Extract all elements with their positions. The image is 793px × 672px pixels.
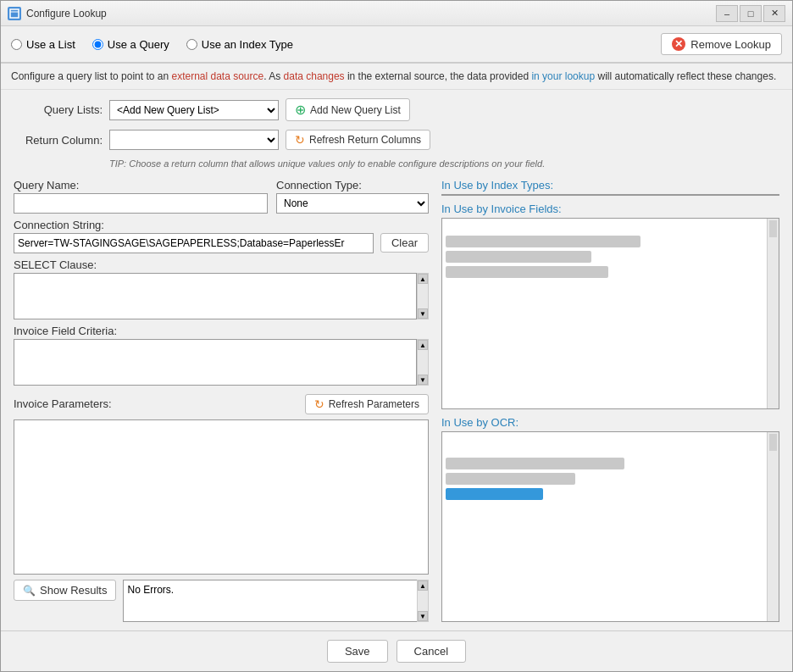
ocr-box <box>441 431 779 623</box>
invoice-criteria-section: Invoice Field Criteria: ▲ ▼ <box>14 325 429 386</box>
left-column: Query Name: Connection Type: None Connec <box>14 179 429 622</box>
maximize-button[interactable]: □ <box>740 5 762 22</box>
window-title: Configure Lookup <box>26 8 716 19</box>
invoice-criteria-textarea[interactable] <box>14 339 417 386</box>
window-controls: – □ ✕ <box>716 5 785 22</box>
ocr-item-2 <box>446 473 575 485</box>
invoice-criteria-scrollbar: ▲ ▼ <box>417 339 429 386</box>
use-list-option[interactable]: Use a List <box>11 38 75 51</box>
ocr-scrollbar-thumb[interactable] <box>769 434 777 451</box>
svg-rect-0 <box>10 9 19 18</box>
refresh-return-columns-button[interactable]: ↻ Refresh Return Columns <box>286 130 430 150</box>
invoice-field-item-3 <box>446 266 608 278</box>
use-list-radio[interactable] <box>11 39 22 50</box>
close-button[interactable]: ✕ <box>763 5 785 22</box>
two-column-layout: Query Name: Connection Type: None Connec <box>14 179 779 622</box>
invoice-fields-content <box>442 219 767 408</box>
ocr-content <box>442 432 767 622</box>
errors-scroll-down[interactable]: ▼ <box>418 611 428 621</box>
connection-type-select[interactable]: None <box>276 193 429 214</box>
invoice-field-item-1 <box>446 236 640 247</box>
scroll-down-arrow[interactable]: ▼ <box>418 308 428 319</box>
ocr-item-1 <box>446 458 624 469</box>
show-results-button[interactable]: 🔍 Show Results <box>14 580 116 601</box>
right-column: In Use by Index Types: In Use by Invoice… <box>441 179 779 622</box>
errors-display: No Errors. <box>123 580 429 622</box>
search-icon: 🔍 <box>23 585 36 597</box>
query-lists-row: Query Lists: <Add New Query List> ⊕ Add … <box>14 98 779 121</box>
invoice-fields-scrollbar <box>767 219 779 408</box>
scrollbar-thumb[interactable] <box>769 220 777 237</box>
query-name-label: Query Name: <box>14 179 268 192</box>
criteria-scroll-down[interactable]: ▼ <box>418 375 428 385</box>
errors-scroll-up[interactable]: ▲ <box>418 580 428 591</box>
index-types-section: In Use by Index Types: <box>441 179 779 196</box>
save-button[interactable]: Save <box>327 640 388 663</box>
invoice-parameters-area <box>14 419 429 575</box>
invoice-params-label: Invoice Parameters: <box>14 397 112 410</box>
query-lists-select[interactable]: <Add New Query List> <box>109 100 279 120</box>
return-column-label: Return Column: <box>14 134 103 147</box>
cancel-button[interactable]: Cancel <box>396 640 466 663</box>
show-results-row: 🔍 Show Results No Errors. ▲ ▼ <box>14 580 429 622</box>
return-column-row: Return Column: ↻ Refresh Return Columns <box>14 130 779 150</box>
show-results-label: Show Results <box>40 584 107 597</box>
errors-text: No Errors. <box>127 584 174 596</box>
scroll-up-arrow[interactable]: ▲ <box>418 274 428 284</box>
invoice-params-header: Invoice Parameters: ↻ Refresh Parameters <box>14 394 429 414</box>
return-column-select[interactable] <box>109 130 279 150</box>
invoice-fields-section: In Use by Invoice Fields: <box>441 203 779 409</box>
info-text: Configure a query list to point to an ex… <box>1 64 792 90</box>
plus-icon: ⊕ <box>295 102 306 118</box>
invoice-field-item-2 <box>446 251 591 263</box>
ocr-item-3 <box>446 488 543 500</box>
use-index-radio[interactable] <box>186 39 197 50</box>
errors-wrapper: No Errors. ▲ ▼ <box>123 580 429 622</box>
criteria-scroll-up[interactable]: ▲ <box>418 340 428 350</box>
refresh-return-columns-label: Refresh Return Columns <box>309 134 421 146</box>
connection-string-section: Connection String: Clear <box>14 219 429 253</box>
clear-button[interactable]: Clear <box>380 233 429 253</box>
use-list-label: Use a List <box>26 38 75 51</box>
select-clause-label: SELECT Clause: <box>14 258 429 271</box>
invoice-criteria-label: Invoice Field Criteria: <box>14 325 429 337</box>
ocr-scrollbar <box>767 432 779 622</box>
add-new-query-list-label: Add New Query List <box>310 104 401 116</box>
query-name-conn-row: Query Name: Connection Type: None <box>14 179 429 214</box>
add-new-query-list-button[interactable]: ⊕ Add New Query List <box>286 98 410 121</box>
invoice-fields-label: In Use by Invoice Fields: <box>441 203 779 215</box>
errors-scrollbar: ▲ ▼ <box>417 580 429 622</box>
use-query-radio[interactable] <box>92 39 103 50</box>
connection-string-label: Connection String: <box>14 219 429 231</box>
connection-string-input[interactable] <box>14 233 374 253</box>
refresh-parameters-label: Refresh Parameters <box>329 398 419 410</box>
refresh-return-icon: ↻ <box>295 133 305 147</box>
select-clause-wrapper: ▲ ▼ <box>14 273 429 319</box>
select-clause-section: SELECT Clause: ▲ ▼ <box>14 258 429 319</box>
ocr-label: In Use by OCR: <box>441 416 779 429</box>
lookup-type-bar: Use a List Use a Query Use an Index Type… <box>1 26 792 64</box>
remove-lookup-button[interactable]: ✕ Remove Lookup <box>661 33 782 55</box>
use-index-label: Use an Index Type <box>202 38 293 51</box>
title-bar: Configure Lookup – □ ✕ <box>1 1 792 26</box>
query-lists-label: Query Lists: <box>14 103 103 116</box>
invoice-criteria-wrapper: ▲ ▼ <box>14 339 429 386</box>
remove-lookup-label: Remove Lookup <box>690 38 771 51</box>
select-clause-scrollbar: ▲ ▼ <box>417 273 429 319</box>
query-name-input[interactable] <box>14 193 268 214</box>
remove-icon: ✕ <box>672 37 685 51</box>
use-query-option[interactable]: Use a Query <box>92 38 169 51</box>
use-query-label: Use a Query <box>108 38 169 51</box>
query-name-group: Query Name: <box>14 179 268 214</box>
refresh-params-icon: ↻ <box>314 397 324 411</box>
select-clause-textarea[interactable] <box>14 273 417 319</box>
configure-lookup-window: Configure Lookup – □ ✕ Use a List Use a … <box>0 0 793 672</box>
connection-type-group: Connection Type: None <box>276 179 429 214</box>
window-content: Use a List Use a Query Use an Index Type… <box>1 26 792 671</box>
tip-text: TIP: Choose a return column that allows … <box>109 158 779 169</box>
refresh-parameters-button[interactable]: ↻ Refresh Parameters <box>305 394 429 414</box>
ocr-section: In Use by OCR: <box>441 416 779 623</box>
use-index-option[interactable]: Use an Index Type <box>186 38 293 51</box>
index-types-box <box>441 194 779 196</box>
minimize-button[interactable]: – <box>716 5 738 22</box>
